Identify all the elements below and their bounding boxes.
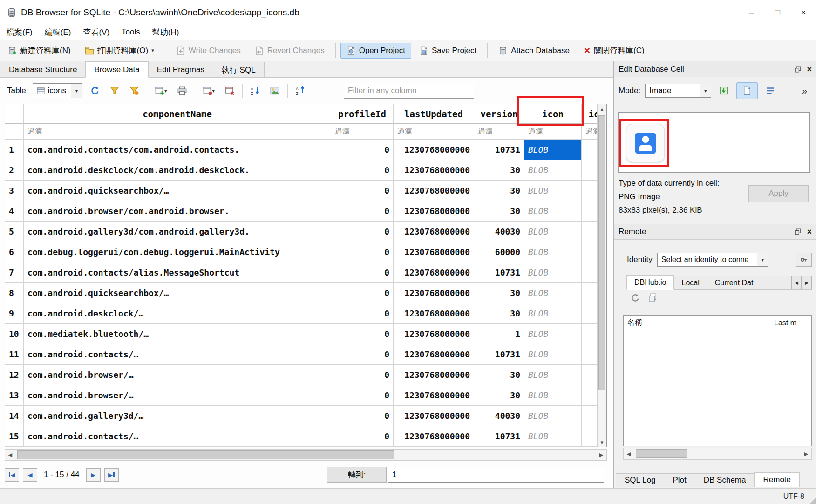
duplicate-record-caret-icon[interactable]: ▾ (212, 88, 215, 94)
grid-cell-lastUpdated[interactable]: 1230768000000 (394, 140, 474, 160)
column-filter-input[interactable]: 過濾 (331, 124, 394, 140)
attach-database-button[interactable]: Attach Database (492, 43, 576, 59)
display-format-button[interactable] (268, 84, 282, 98)
table-row[interactable]: 7com.android.contacts/alias.MessageShort… (5, 262, 606, 283)
grid-cell-icon[interactable]: BLOB (524, 283, 582, 303)
goto-button[interactable]: 轉到: (327, 467, 387, 483)
toolbar-overflow-chevron-icon[interactable]: » (802, 86, 807, 96)
table-select[interactable]: icons ▾ (33, 83, 82, 98)
goto-record-input[interactable] (388, 467, 604, 483)
delete-record-button[interactable] (223, 84, 237, 98)
grid-cell-lastUpdated[interactable]: 1230768000000 (394, 303, 474, 324)
encoding-indicator[interactable]: UTF-8 (783, 492, 804, 501)
grid-cell-componentName[interactable]: com.android.contacts/… (24, 426, 331, 447)
table-row[interactable]: 9com.android.deskclock/…0123076800000030… (5, 303, 606, 324)
grid-cell-icon[interactable]: BLOB (524, 303, 582, 324)
table-row[interactable]: 2com.android.deskclock/com.android.deskc… (5, 160, 606, 181)
dock-tab-remote[interactable]: Remote (754, 472, 800, 487)
grid-cell-icon[interactable]: BLOB (524, 262, 582, 283)
grid-cell-version[interactable]: 30 (474, 160, 524, 181)
table-row[interactable]: 11com.android.contacts/…0123076800000010… (5, 344, 606, 365)
table-row[interactable]: 5com.android.gallery3d/com.android.galle… (5, 222, 606, 242)
grid-cell-version[interactable]: 60000 (474, 242, 524, 262)
grid-cell-componentName[interactable]: com.android.contacts/… (24, 344, 331, 365)
column-header-profileId[interactable]: profileId (331, 104, 394, 124)
new-record-button[interactable]: ▾ (153, 84, 170, 98)
menu-edit[interactable]: 編輯(E) (39, 25, 77, 40)
grid-cell-version[interactable]: 10731 (474, 140, 524, 160)
grid-cell-lastUpdated[interactable]: 1230768000000 (394, 344, 474, 365)
grid-cell-componentName[interactable]: com.android.deskclock/… (24, 303, 331, 324)
grid-cell-componentName[interactable]: com.android.gallery3d/… (24, 406, 331, 426)
table-row[interactable]: 14com.android.gallery3d/…012307680000004… (5, 406, 606, 426)
maximize-button[interactable]: □ (764, 0, 790, 25)
row-number-cell[interactable]: 13 (5, 385, 24, 406)
grid-cell-icon[interactable]: BLOB (524, 324, 582, 344)
grid-cell-profileId[interactable]: 0 (331, 303, 394, 324)
row-number-cell[interactable]: 12 (5, 365, 24, 385)
close-panel-icon[interactable]: × (807, 65, 812, 74)
remote-tab-local[interactable]: Local (673, 276, 707, 289)
save-filter-button[interactable] (127, 84, 141, 98)
row-number-cell[interactable]: 4 (5, 201, 24, 222)
close-panel-icon[interactable]: × (807, 228, 812, 236)
grid-cell-lastUpdated[interactable]: 1230768000000 (394, 242, 474, 262)
row-number-cell[interactable]: 9 (5, 303, 24, 324)
grid-cell-componentName[interactable]: com.android.deskclock/com.android.deskcl… (24, 160, 331, 181)
grid-cell-lastUpdated[interactable]: 1230768000000 (394, 365, 474, 385)
column-header-version[interactable]: version (474, 104, 524, 124)
remote-column-name[interactable]: 名稱 (624, 316, 771, 330)
grid-cell-version[interactable]: 30 (474, 303, 524, 324)
column-filter-input[interactable]: 過濾 (394, 124, 474, 140)
grid-cell-profileId[interactable]: 0 (331, 365, 394, 385)
tab-execute-sql[interactable]: 執行 SQL (213, 62, 265, 77)
grid-cell-componentName[interactable]: com.mediatek.bluetooth/… (24, 324, 331, 344)
grid-cell-icon[interactable]: BLOB (524, 242, 582, 262)
vertical-scrollbar-thumb[interactable] (598, 115, 605, 390)
grid-cell-version[interactable]: 1 (474, 324, 524, 344)
grid-cell-profileId[interactable]: 0 (331, 160, 394, 181)
tab-browse-data[interactable]: Browse Data (85, 61, 148, 78)
grid-cell-icon[interactable]: BLOB (524, 222, 582, 242)
tab-database-structure[interactable]: Database Structure (0, 62, 86, 77)
column-header-icon[interactable]: icon (524, 104, 582, 124)
grid-cell-lastUpdated[interactable]: 1230768000000 (394, 160, 474, 181)
grid-cell-lastUpdated[interactable]: 1230768000000 (394, 283, 474, 303)
print-button[interactable] (175, 84, 189, 98)
last-record-button[interactable]: ▶ (104, 468, 119, 482)
row-number-cell[interactable]: 6 (5, 242, 24, 262)
menu-help[interactable]: 幫助(H) (146, 25, 185, 40)
row-number-cell[interactable]: 8 (5, 283, 24, 303)
grid-cell-profileId[interactable]: 0 (331, 324, 394, 344)
grid-cell-lastUpdated[interactable]: 1230768000000 (394, 385, 474, 406)
dock-tab-plot[interactable]: Plot (664, 473, 695, 487)
dock-tab-db-schema[interactable]: DB Schema (695, 473, 755, 487)
clear-filters-button[interactable] (108, 84, 122, 98)
row-number-cell[interactable]: 7 (5, 262, 24, 283)
remote-tab-dbhub[interactable]: DBHub.io (626, 275, 674, 290)
write-changes-button[interactable]: Write Changes (170, 43, 247, 59)
grid-cell-icon[interactable]: BLOB (524, 160, 582, 181)
duplicate-record-button[interactable]: ▾ (201, 84, 218, 98)
grid-cell-componentName[interactable]: com.android.contacts/com.android.contact… (24, 140, 331, 160)
grid-cell-icon[interactable]: BLOB (524, 426, 582, 447)
horizontal-scrollbar[interactable]: ◀ ▶ (5, 449, 607, 461)
grid-cell-lastUpdated[interactable]: 1230768000000 (394, 262, 474, 283)
grid-cell-lastUpdated[interactable]: 1230768000000 (394, 181, 474, 201)
grid-cell-icon[interactable]: BLOB (524, 385, 582, 406)
grid-cell-icon[interactable]: BLOB (524, 181, 582, 201)
tab-scroll-left-icon[interactable]: ◀ (791, 276, 802, 289)
save-project-button[interactable]: Save Project (413, 43, 483, 59)
float-panel-icon[interactable] (795, 66, 801, 73)
float-panel-icon[interactable] (795, 228, 801, 235)
remote-tab-current-database[interactable]: Current Dat (707, 276, 791, 289)
import-certificate-button[interactable] (796, 253, 812, 267)
column-filter-input[interactable]: 過濾 (474, 124, 524, 140)
grid-cell-version[interactable]: 40030 (474, 406, 524, 426)
remote-scrollbar-thumb[interactable] (636, 449, 687, 458)
previous-record-button[interactable]: ◀ (23, 468, 37, 482)
grid-cell-profileId[interactable]: 0 (331, 344, 394, 365)
row-number-cell[interactable]: 14 (5, 406, 24, 426)
column-filter-input[interactable]: 過濾 (524, 124, 582, 140)
open-database-button[interactable]: 打開資料庫(O) ▾ (79, 42, 160, 59)
